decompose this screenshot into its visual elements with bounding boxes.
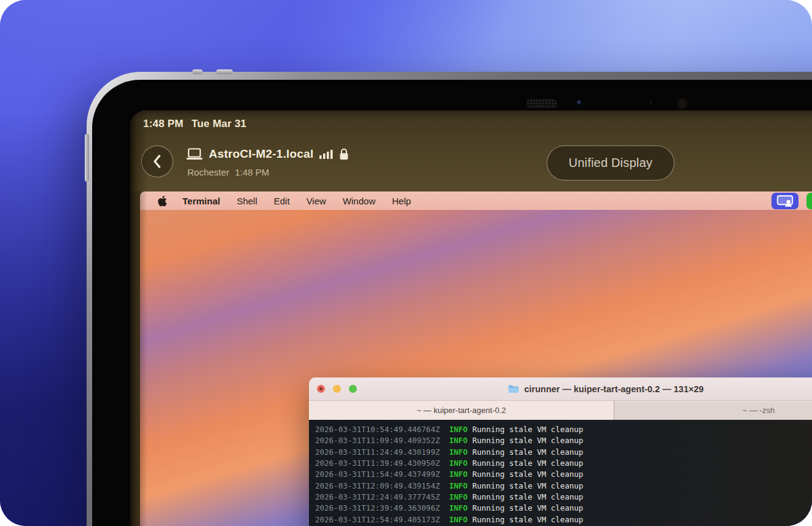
terminal-window: cirunner — kuiper-tart-agent-0.2 — 131×2…: [309, 377, 812, 526]
menu-bar-status-icons: [771, 193, 812, 209]
host-local-time: 1:48 PM: [235, 167, 269, 177]
terminal-log-line: 2026-03-31T12:54:49.405173Z INFO Running…: [315, 514, 812, 525]
host-row: AstroCI-M2-1.local: [186, 147, 349, 161]
unified-display-label: Unified Display: [569, 156, 652, 170]
menu-help[interactable]: Help: [392, 196, 411, 206]
menu-view[interactable]: View: [306, 196, 326, 206]
menu-edit[interactable]: Edit: [274, 196, 290, 206]
host-name: AstroCI-M2-1.local: [209, 147, 313, 161]
terminal-log-line: 2026-03-31T12:24:49.377745Z INFO Running…: [315, 492, 812, 503]
terminal-log-line: 2026-03-31T11:09:49.409352Z INFO Running…: [315, 435, 812, 446]
screen-sharing-icon[interactable]: [771, 193, 798, 209]
status-bar: 1:48 PMTue Mar 31: [143, 118, 246, 130]
terminal-log-line: 2026-03-31T11:54:49.437499Z INFO Running…: [315, 469, 812, 480]
rounded-canvas: 1:48 PMTue Mar 31 AstroCI-M2-1.local: [0, 0, 812, 526]
menu-terminal[interactable]: Terminal: [182, 196, 220, 206]
tab-zsh[interactable]: ~ — -zsh: [614, 401, 812, 420]
status-time: 1:48 PM: [143, 118, 184, 130]
face-id-sensor: [676, 98, 689, 110]
ipad-device: 1:48 PMTue Mar 31 AstroCI-M2-1.local: [87, 72, 812, 526]
terminal-log-line: 2026-03-31T10:54:49.446764Z INFO Running…: [315, 424, 812, 435]
menu-window[interactable]: Window: [343, 196, 375, 206]
front-camera-icon: [576, 99, 584, 107]
side-button: [85, 134, 89, 182]
tab-kuiper-tart-agent[interactable]: ~ — kuiper-tart-agent-0.2: [309, 401, 614, 420]
terminal-title-bar[interactable]: cirunner — kuiper-tart-agent-0.2 — 131×2…: [309, 377, 812, 401]
folder-icon: [508, 384, 519, 393]
host-location: Rochester: [187, 167, 229, 177]
traffic-lights: [317, 377, 357, 400]
tab-label: ~ — -zsh: [743, 406, 775, 415]
zoom-button[interactable]: [349, 385, 357, 393]
laptop-icon: [186, 148, 203, 160]
terminal-log-line: 2026-03-31T11:24:49.430199Z INFO Running…: [315, 447, 812, 458]
terminal-log-line: 2026-03-31T12:39:49.363096Z INFO Running…: [315, 503, 812, 514]
volume-up-button: [216, 69, 233, 74]
unified-display-button[interactable]: Unified Display: [547, 145, 674, 180]
window-title: cirunner — kuiper-tart-agent-0.2 — 131×2…: [508, 384, 703, 394]
host-subtitle-row: Rochester 1:48 PM: [187, 167, 269, 177]
status-date: Tue Mar 31: [192, 118, 247, 130]
terminal-log-line: 2026-03-31T12:09:49.439154Z INFO Running…: [315, 481, 812, 492]
apple-logo-icon[interactable]: [157, 195, 167, 207]
tab-label: ~ — kuiper-tart-agent-0.2: [416, 406, 506, 415]
speaker-grille: [526, 99, 557, 108]
ambient-sensor-dot: [649, 101, 652, 104]
chevron-left-icon: [151, 153, 163, 169]
lock-icon: [339, 148, 349, 160]
dog-app-icon[interactable]: [806, 193, 812, 209]
terminal-tab-bar: ~ — kuiper-tart-agent-0.2 ~ — -zsh: [309, 401, 812, 420]
signal-bars-icon: [319, 149, 333, 159]
remote-session-bar: 1:48 PMTue Mar 31 AstroCI-M2-1.local: [130, 110, 812, 191]
screenshot-frame: 1:48 PMTue Mar 31 AstroCI-M2-1.local: [0, 0, 812, 526]
window-title-text: cirunner — kuiper-tart-agent-0.2 — 131×2…: [524, 384, 703, 394]
menu-shell[interactable]: Shell: [236, 196, 257, 206]
volume-down-button: [192, 69, 203, 74]
terminal-log-line: 2026-03-31T11:39:49.430950Z INFO Running…: [315, 458, 812, 469]
back-button[interactable]: [141, 145, 173, 177]
macos-desktop-wallpaper: cirunner — kuiper-tart-agent-0.2 — 131×2…: [140, 210, 812, 526]
terminal-output: 2026-03-31T10:54:49.446764Z INFO Running…: [309, 420, 812, 526]
macos-menu-bar: Terminal Shell Edit View Window Help: [140, 191, 812, 210]
minimize-button[interactable]: [333, 385, 341, 393]
ipad-screen: 1:48 PMTue Mar 31 AstroCI-M2-1.local: [130, 110, 812, 526]
close-button[interactable]: [317, 385, 325, 393]
